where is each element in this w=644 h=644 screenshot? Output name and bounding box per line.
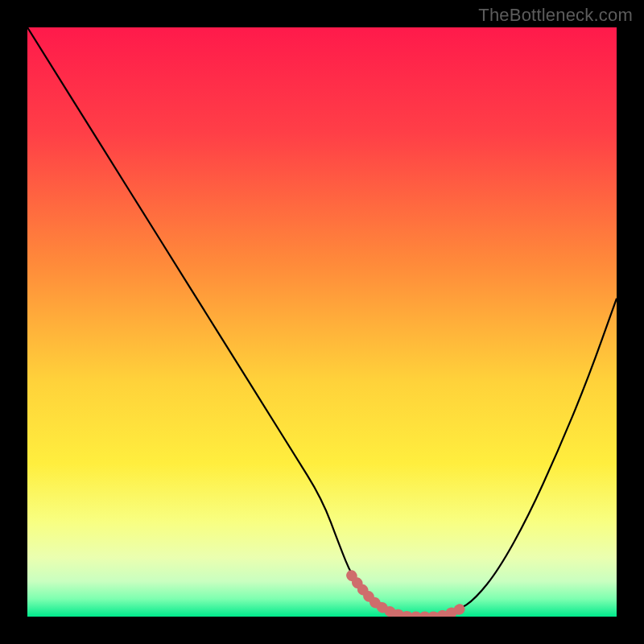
- chart-svg: [27, 27, 617, 617]
- outer-frame: TheBottleneck.com: [0, 0, 644, 644]
- bottleneck-curve: [27, 27, 617, 617]
- curve-highlight: [352, 576, 464, 617]
- plot-area: [27, 27, 617, 617]
- watermark-text: TheBottleneck.com: [478, 5, 633, 26]
